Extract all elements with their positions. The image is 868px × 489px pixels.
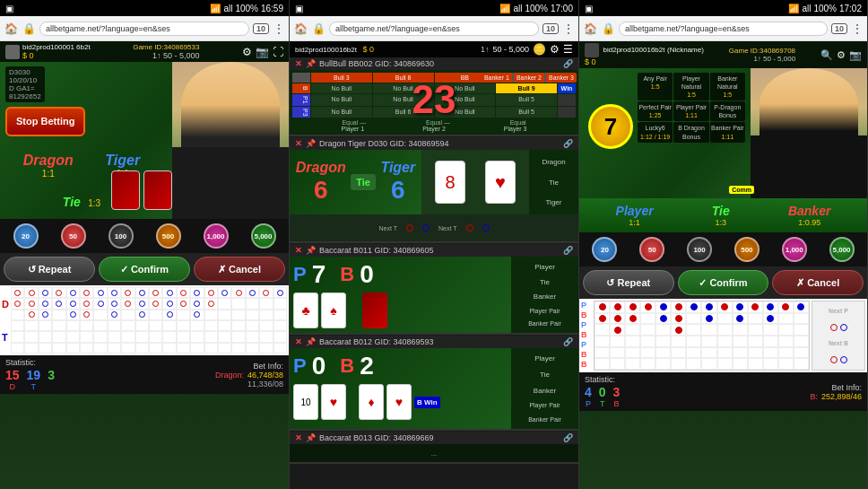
tab-count-3[interactable]: 10 — [831, 23, 847, 34]
cancel-btn-1[interactable]: ✗ Cancel — [194, 257, 285, 282]
bac1-p-card2: ♠ — [321, 293, 346, 328]
perfect-pair-bet[interactable]: Perfect Pair 1:25 — [638, 101, 673, 121]
b-dragon-bet[interactable]: B Dragon Bonus — [673, 122, 708, 142]
chip-100-3[interactable]: 100 — [687, 237, 712, 262]
bac2-cards: 10 ♥ ♦ ♥ B Win — [293, 384, 508, 420]
any-pair-label: Any Pair — [643, 75, 666, 82]
back-btn-1[interactable]: 🏠 — [4, 22, 18, 36]
bac3-close[interactable]: ✕ — [295, 433, 302, 442]
repeat-btn-1[interactable]: ↺ Repeat — [4, 257, 95, 282]
settings-icon-1[interactable]: ⚙ — [242, 46, 252, 58]
tab-count-1[interactable]: 10 — [253, 23, 269, 34]
camera-icon-3[interactable]: 📷 — [849, 49, 862, 61]
confirm-btn-3[interactable]: ✓ Confirm — [678, 270, 769, 295]
dt-pin: 📌 — [306, 139, 316, 148]
dt-close[interactable]: ✕ — [295, 139, 302, 148]
confirm-btn-1[interactable]: ✓ Confirm — [99, 257, 190, 282]
bac3-game-id: Baccarat B013 GID: 340869669 — [319, 433, 434, 442]
p3-stat-val-2: 0 — [599, 385, 606, 399]
url-bar-3[interactable]: allbetgame.net/?language=en&ses — [619, 22, 828, 36]
chip-5000-1[interactable]: 5,000 — [251, 223, 276, 249]
menu-dots-2[interactable]: ⋮ — [562, 22, 575, 36]
chip-50-3[interactable]: 50 — [639, 237, 664, 262]
menu-dots-3[interactable]: ⋮ — [851, 22, 864, 36]
stat-3: 3 — [48, 368, 55, 391]
p1-dealer-section: Stop Betting D303010/20/10D GA1=81292652… — [0, 62, 289, 219]
bac1-b-label: B — [340, 263, 354, 286]
p3-top-icons: 🔍 ⚙ 📷 — [820, 49, 862, 61]
p3-player-col[interactable]: Player 1:1 — [616, 204, 654, 227]
lucky6-bet[interactable]: Lucky6 1:12 / 1:19 — [638, 122, 673, 142]
stop-betting-btn[interactable]: Stop Betting — [5, 107, 85, 136]
cancel-btn-3[interactable]: ✗ Cancel — [772, 270, 864, 295]
camera-icon-1[interactable]: 📷 — [256, 46, 269, 58]
cancel-label-3: Cancel — [807, 277, 839, 288]
banker-pair-bet[interactable]: Banker Pair 1:11 — [710, 122, 745, 142]
chip-1000-1[interactable]: 1,000 — [204, 223, 229, 249]
time-3: 17:02 — [839, 4, 862, 13]
bullbull-close[interactable]: ✕ — [295, 59, 302, 68]
chip-500-1[interactable]: 500 — [156, 223, 181, 249]
dt-header: ✕ 📌 Dragon Tiger D030 GID: 340869594 🔗 — [290, 137, 578, 150]
next-b-dot2 — [840, 356, 847, 363]
bac2-close[interactable]: ✕ — [295, 337, 302, 346]
bac1-close[interactable]: ✕ — [295, 246, 302, 255]
menu-dots-1[interactable]: ⋮ — [273, 22, 285, 36]
back-btn-3[interactable]: 🏠 — [583, 22, 597, 36]
chat-icon-3: ▣ — [585, 4, 593, 13]
stat-15: 15 D — [5, 368, 20, 391]
lock-icon-2: 🔒 — [311, 22, 326, 36]
p3-banker-col[interactable]: Banker 1:0.95 — [788, 204, 830, 227]
bac1-b-card1 — [362, 293, 387, 328]
menu-icon-2[interactable]: ☰ — [563, 43, 573, 56]
player-pair-bet[interactable]: Player Pair 1:11 — [673, 101, 708, 121]
url-bar-1[interactable]: allbetgame.net/?language=en&ses — [39, 22, 249, 36]
battery-3: 100% — [813, 4, 837, 13]
banker-natural-ratio: 1:5 — [711, 91, 744, 99]
banker-natural-bet[interactable]: Banker Natural 1:5 — [710, 73, 745, 100]
fullscreen-icon-1[interactable]: ⛶ — [273, 46, 283, 58]
dt-next-t-dot — [422, 224, 430, 231]
bb-b-1: No Bull — [311, 83, 372, 93]
bac2-banker-col: Banker — [514, 387, 576, 395]
road-pb-5: P — [581, 340, 592, 349]
p3-stat-lbl-3: B — [613, 399, 621, 408]
next-b-dot1 — [830, 356, 838, 363]
chip-1000-3[interactable]: 1,000 — [782, 237, 807, 262]
chip-500-3[interactable]: 500 — [734, 237, 760, 262]
back-btn-2[interactable]: 🏠 — [293, 22, 308, 36]
bac1-b-score: 0 — [360, 260, 374, 289]
repeat-btn-3[interactable]: ↺ Repeat — [583, 270, 674, 295]
bullbull-number: 23 — [412, 77, 456, 122]
status-bar-1: ▣ 📶 all 100% 16:59 — [0, 0, 289, 16]
chip-5000-3[interactable]: 5,000 — [829, 237, 855, 262]
stat-4: 4 P — [585, 385, 592, 408]
bac1-p-card1: ♣ — [293, 293, 318, 328]
chip-1000-label-3: 1,000 — [786, 246, 803, 254]
player-natural-bet[interactable]: Player Natural 1:5 — [673, 73, 708, 100]
chip-500-label-1: 500 — [162, 232, 174, 240]
p-dragon-bet[interactable]: P-Dragon Bonus — [710, 101, 745, 121]
repeat-label-3: Repeat — [617, 277, 650, 288]
url-text-2: allbetgame.net/?language=en&ses — [335, 24, 460, 33]
search-icon-3[interactable]: 🔍 — [820, 49, 833, 61]
bac1-pin: 📌 — [306, 246, 316, 255]
settings-icon-2[interactable]: ⚙ — [550, 43, 560, 56]
bb-p1-4: Bull 5 — [496, 94, 557, 106]
bac1-section: ✕ 📌 Baccarat B011 GID: 340869605 🔗 P 7 B… — [290, 244, 578, 335]
p1-dragon-col: Dragon 1:1 — [23, 153, 74, 179]
coins-icon-2: 🪙 — [533, 43, 546, 56]
chip-50-1[interactable]: 50 — [61, 223, 86, 249]
any-pair-bet[interactable]: Any Pair 1:5 — [638, 73, 673, 100]
chip-20-1[interactable]: 20 — [13, 223, 39, 249]
dt-sc-tiger: Tiger — [531, 198, 577, 206]
p-dragon-label: P-Dragon Bonus — [714, 104, 741, 118]
chip-20-3[interactable]: 20 — [592, 237, 617, 262]
bac2-bp-col: Banker Pair — [514, 416, 576, 423]
url-bar-2[interactable]: allbetgame.net/?language=en&ses — [329, 22, 539, 36]
settings-icon-3[interactable]: ⚙ — [837, 49, 846, 61]
chip-100-1[interactable]: 100 — [108, 223, 134, 249]
tab-count-2[interactable]: 10 — [542, 23, 559, 34]
p3-tie-col[interactable]: Tie 1:3 — [712, 204, 730, 227]
bac2-right: Player Tie Banker Player Pair Banker Pai… — [511, 348, 578, 429]
